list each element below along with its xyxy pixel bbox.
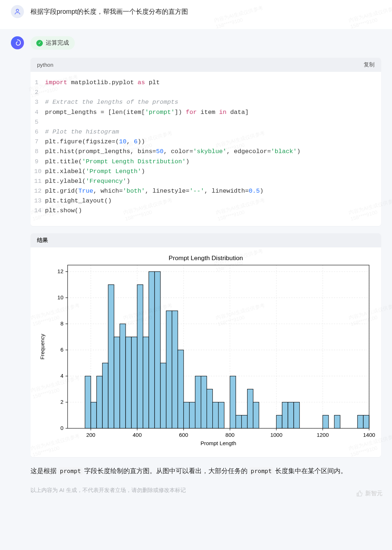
code-line: 5 xyxy=(34,117,377,127)
copy-button[interactable]: 复制 xyxy=(364,61,375,68)
svg-rect-22 xyxy=(126,337,131,428)
code-line: 7plt.figure(figsize=(10, 6)) xyxy=(34,137,377,147)
svg-text:1000: 1000 xyxy=(270,431,282,438)
footer-brand-label: 新智元 xyxy=(365,490,383,497)
code-block: python 复制 1import matplotlib.pyplot as p… xyxy=(30,58,381,226)
histogram-chart: 200400600800100012001400024681012Prompt … xyxy=(34,253,377,451)
code-line: 12plt.grid(True, which='both', linestyle… xyxy=(34,186,377,196)
line-number: 11 xyxy=(34,176,45,186)
line-content: # Plot the histogram xyxy=(45,127,377,137)
svg-rect-29 xyxy=(166,311,172,428)
line-content: plt.hist(prompt_lengths, bins=50, color=… xyxy=(45,147,377,156)
svg-rect-47 xyxy=(294,402,299,428)
check-icon: ✓ xyxy=(36,40,43,46)
line-number: 4 xyxy=(34,107,45,117)
svg-rect-39 xyxy=(230,376,236,428)
assistant-avatar xyxy=(11,36,24,49)
code-line: 1import matplotlib.pyplot as plt xyxy=(34,78,377,87)
inline-code: prompt xyxy=(58,467,82,475)
svg-rect-26 xyxy=(149,271,155,428)
line-content: plt.ylabel('Frequency') xyxy=(45,176,377,186)
svg-rect-31 xyxy=(178,350,184,428)
line-content: import matplotlib.pyplot as plt xyxy=(45,78,377,87)
svg-text:400: 400 xyxy=(132,431,142,438)
user-prompt-text: 根据字段prompt的长度，帮我画一个长度分布的直方图 xyxy=(30,5,188,16)
svg-text:1400: 1400 xyxy=(363,431,375,438)
svg-text:Prompt Length: Prompt Length xyxy=(200,440,236,446)
svg-point-0 xyxy=(16,9,19,12)
svg-text:6: 6 xyxy=(60,346,63,353)
code-line: 13plt.tight_layout() xyxy=(34,196,377,206)
line-number: 7 xyxy=(34,137,45,147)
svg-rect-24 xyxy=(137,284,143,428)
line-number: 6 xyxy=(34,127,45,137)
line-number: 5 xyxy=(34,117,45,127)
svg-rect-43 xyxy=(253,402,259,428)
svg-rect-20 xyxy=(114,337,120,428)
user-avatar xyxy=(11,5,24,18)
svg-rect-25 xyxy=(143,337,149,428)
svg-text:0: 0 xyxy=(60,425,63,431)
summary-part: 长度集中在某个区间内。 xyxy=(273,467,347,475)
svg-rect-30 xyxy=(172,311,178,428)
user-icon xyxy=(14,8,21,15)
inline-code: prompt xyxy=(249,467,273,475)
line-number: 8 xyxy=(34,147,45,156)
svg-rect-50 xyxy=(358,415,363,428)
line-number: 9 xyxy=(34,157,45,167)
footer-brand: 新智元 xyxy=(356,490,383,497)
svg-rect-45 xyxy=(282,402,288,428)
code-body[interactable]: 1import matplotlib.pyplot as plt23# Extr… xyxy=(30,72,381,226)
code-line: 10plt.xlabel('Prompt Length') xyxy=(34,167,377,176)
result-header: 结果 xyxy=(30,233,381,247)
svg-rect-15 xyxy=(85,376,91,428)
line-content xyxy=(45,117,377,127)
svg-rect-23 xyxy=(131,337,137,428)
svg-rect-17 xyxy=(97,376,102,428)
svg-rect-36 xyxy=(207,389,213,428)
svg-rect-33 xyxy=(189,402,195,428)
code-line: 3# Extract the lengths of the prompts xyxy=(34,97,377,107)
svg-rect-21 xyxy=(120,324,126,428)
svg-text:4: 4 xyxy=(60,373,63,379)
svg-rect-49 xyxy=(334,415,340,428)
line-content: plt.grid(True, which='both', linestyle='… xyxy=(45,186,377,196)
code-line: 6# Plot the histogram xyxy=(34,127,377,137)
svg-rect-18 xyxy=(102,363,108,428)
line-content: plt.figure(figsize=(10, 6)) xyxy=(45,137,377,147)
svg-rect-28 xyxy=(160,363,166,428)
svg-text:Frequency: Frequency xyxy=(39,333,45,359)
svg-rect-48 xyxy=(323,415,328,428)
thumbs-up-icon xyxy=(356,490,363,497)
code-line: 14plt.show() xyxy=(34,206,377,216)
svg-rect-42 xyxy=(247,389,253,428)
svg-text:10: 10 xyxy=(57,294,64,300)
svg-text:2: 2 xyxy=(60,399,63,405)
status-pill: ✓ 运算完成 xyxy=(30,36,75,50)
svg-rect-46 xyxy=(288,402,294,428)
svg-rect-19 xyxy=(108,284,114,428)
result-block: 结果 200400600800100012001400024681012Prom… xyxy=(30,233,381,457)
code-language-label: python xyxy=(37,62,53,68)
line-content: plt.tight_layout() xyxy=(45,196,377,206)
assistant-message-row: ✓ 运算完成 python 复制 1import matplotlib.pypl… xyxy=(0,29,392,505)
svg-text:800: 800 xyxy=(225,431,234,438)
svg-rect-37 xyxy=(213,402,219,428)
svg-rect-38 xyxy=(219,402,224,428)
line-number: 14 xyxy=(34,206,45,216)
line-number: 1 xyxy=(34,78,45,87)
result-header-label: 结果 xyxy=(37,237,48,244)
status-label: 运算完成 xyxy=(46,39,69,47)
line-content: # Extract the lengths of the prompts xyxy=(45,97,377,107)
code-line: 11plt.ylabel('Frequency') xyxy=(34,176,377,186)
line-number: 13 xyxy=(34,196,45,206)
code-line: 8plt.hist(prompt_lengths, bins=50, color… xyxy=(34,147,377,156)
disclaimer-text: 以上内容为 AI 生成，不代表开发者立场，请勿删除或修改本标记 xyxy=(30,487,381,494)
line-content: plt.show() xyxy=(45,206,377,216)
svg-rect-34 xyxy=(195,376,201,428)
svg-text:200: 200 xyxy=(86,431,95,438)
summary-part: 字段长度绘制的直方图。从图中可以看出，大部分任务的 xyxy=(82,467,249,475)
user-message-row: 根据字段prompt的长度，帮我画一个长度分布的直方图 xyxy=(0,0,392,29)
code-line: 9plt.title('Prompt Length Distribution') xyxy=(34,157,377,167)
line-number: 3 xyxy=(34,97,45,107)
